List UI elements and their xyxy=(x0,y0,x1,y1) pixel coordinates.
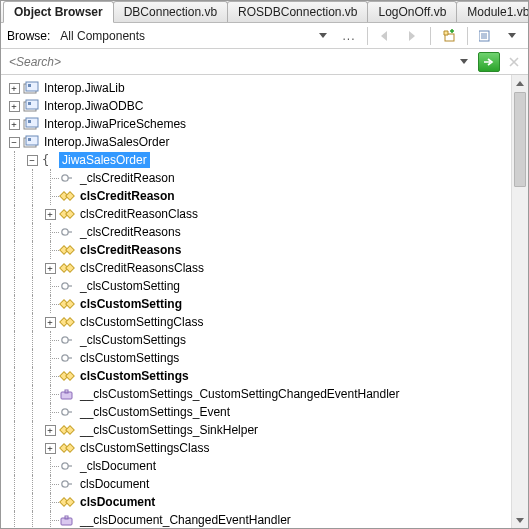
search-go-button[interactable] xyxy=(478,52,500,72)
tab-label: Module1.vb* xyxy=(467,5,529,19)
tab-logonoff[interactable]: LogOnOff.vb xyxy=(367,1,457,22)
tree-guide xyxy=(23,295,41,313)
tab-dbconnection[interactable]: DBConnection.vb xyxy=(113,1,228,22)
svg-point-18 xyxy=(62,175,68,181)
svg-rect-12 xyxy=(26,118,38,127)
svg-point-44 xyxy=(62,409,68,415)
expand-button[interactable]: + xyxy=(9,101,20,112)
tab-object-browser[interactable]: Object Browser xyxy=(3,1,114,23)
tree-item[interactable]: +clsCreditReasonClass xyxy=(5,205,528,223)
browse-more-button[interactable]: ... xyxy=(339,26,359,46)
expand-button[interactable]: + xyxy=(45,209,56,220)
tree-guide xyxy=(5,457,23,475)
tree-item[interactable]: clsDocument xyxy=(5,475,528,493)
tree-item[interactable]: _clsCreditReasons xyxy=(5,223,528,241)
tree-item[interactable]: clsCustomSetting xyxy=(5,295,528,313)
tree-guide xyxy=(23,439,41,457)
tree-item[interactable]: clsDocument xyxy=(5,493,528,511)
tree-guide xyxy=(23,187,41,205)
svg-rect-9 xyxy=(26,100,38,109)
tree-item[interactable]: __clsDocument_ChangedEventHandler xyxy=(5,511,528,528)
scroll-down-button[interactable] xyxy=(512,511,528,528)
tree-guide xyxy=(23,511,41,528)
tree-guide xyxy=(5,259,23,277)
tree-item-label: Interop.JiwaLib xyxy=(41,80,128,96)
view-options-button[interactable] xyxy=(476,26,496,46)
expand-button[interactable]: + xyxy=(45,317,56,328)
chevron-down-icon[interactable] xyxy=(454,52,474,72)
object-tree[interactable]: +Interop.JiwaLib+Interop.JiwaODBC+Intero… xyxy=(1,75,528,528)
tree-guide xyxy=(23,259,41,277)
tab-module1[interactable]: Module1.vb* xyxy=(456,1,529,22)
delegate-icon xyxy=(59,512,75,528)
nav-forward-button[interactable] xyxy=(402,26,422,46)
tree-item[interactable]: _clsCreditReason xyxy=(5,169,528,187)
scroll-track[interactable] xyxy=(512,92,528,511)
tree-connector: + xyxy=(41,313,59,331)
scroll-thumb[interactable] xyxy=(514,92,526,187)
tree-item[interactable]: clsCustomSettings xyxy=(5,367,528,385)
tree-guide xyxy=(5,205,23,223)
browse-scope-combo[interactable]: All Components xyxy=(56,27,276,45)
tree-item[interactable]: +Interop.JiwaPriceSchemes xyxy=(5,115,528,133)
tree-item[interactable]: clsCreditReason xyxy=(5,187,528,205)
tree-item[interactable]: +clsCustomSettingsClass xyxy=(5,439,528,457)
expand-button[interactable]: + xyxy=(9,119,20,130)
svg-rect-6 xyxy=(26,82,38,91)
tab-label: Object Browser xyxy=(14,5,103,19)
document-tabs: Object Browser DBConnection.vb ROSDBConn… xyxy=(1,1,528,23)
tree-connector xyxy=(41,277,59,295)
tab-label: ROSDBConnection.vb xyxy=(238,5,357,19)
tree-item[interactable]: _clsCustomSettings xyxy=(5,331,528,349)
tree-guide xyxy=(23,403,41,421)
toolbar-divider xyxy=(367,27,368,45)
clear-search-button[interactable] xyxy=(504,52,524,72)
tree-item[interactable]: +clsCreditReasonsClass xyxy=(5,259,528,277)
tree-item[interactable]: +Interop.JiwaLib xyxy=(5,79,528,97)
tree-guide xyxy=(23,349,41,367)
tree-item[interactable]: __clsCustomSettings_CustomSettingChanged… xyxy=(5,385,528,403)
tree-item[interactable]: __clsCustomSettings_Event xyxy=(5,403,528,421)
expand-button[interactable]: + xyxy=(9,83,20,94)
tree-item[interactable]: _clsDocument xyxy=(5,457,528,475)
expand-button[interactable]: + xyxy=(45,425,56,436)
tree-item[interactable]: clsCustomSettings xyxy=(5,349,528,367)
chevron-down-icon[interactable] xyxy=(502,26,522,46)
collapse-button[interactable]: − xyxy=(27,155,38,166)
tree-item[interactable]: _clsCustomSetting xyxy=(5,277,528,295)
tab-rosdbconnection[interactable]: ROSDBConnection.vb xyxy=(227,1,368,22)
tree-item[interactable]: clsCreditReasons xyxy=(5,241,528,259)
tree-item[interactable]: −{ }JiwaSalesOrder xyxy=(5,151,528,169)
expand-button[interactable]: + xyxy=(45,443,56,454)
collapse-button[interactable]: − xyxy=(9,137,20,148)
svg-rect-55 xyxy=(66,498,74,506)
tree-connector xyxy=(41,169,59,187)
scroll-up-button[interactable] xyxy=(512,75,528,92)
add-reference-button[interactable] xyxy=(439,26,459,46)
asm-icon xyxy=(23,116,39,132)
svg-rect-21 xyxy=(66,192,74,200)
tree-item[interactable]: +clsCustomSettingClass xyxy=(5,313,528,331)
search-input[interactable] xyxy=(5,52,450,72)
svg-point-36 xyxy=(62,337,68,343)
nav-back-button[interactable] xyxy=(376,26,396,46)
tree-guide xyxy=(5,187,23,205)
tree-guide xyxy=(5,331,23,349)
vertical-scrollbar[interactable] xyxy=(511,75,528,528)
tree-item[interactable]: +__clsCustomSettings_SinkHelper xyxy=(5,421,528,439)
svg-rect-49 xyxy=(66,444,74,452)
svg-rect-13 xyxy=(28,120,31,123)
expand-button[interactable]: + xyxy=(45,263,56,274)
tree-item-label: __clsCustomSettings_Event xyxy=(77,404,233,420)
tree-item[interactable]: +Interop.JiwaODBC xyxy=(5,97,528,115)
toolbar-divider xyxy=(430,27,431,45)
delegate-icon xyxy=(59,386,75,402)
tree-item[interactable]: −Interop.JiwaSalesOrder xyxy=(5,133,528,151)
tree-item-label: _clsCustomSetting xyxy=(77,278,183,294)
tree-item-label: _clsDocument xyxy=(77,458,159,474)
chevron-down-icon[interactable] xyxy=(313,26,333,46)
tree-guide xyxy=(5,511,23,528)
field-icon xyxy=(59,170,75,186)
tree-guide xyxy=(5,349,23,367)
class-icon xyxy=(59,494,75,510)
